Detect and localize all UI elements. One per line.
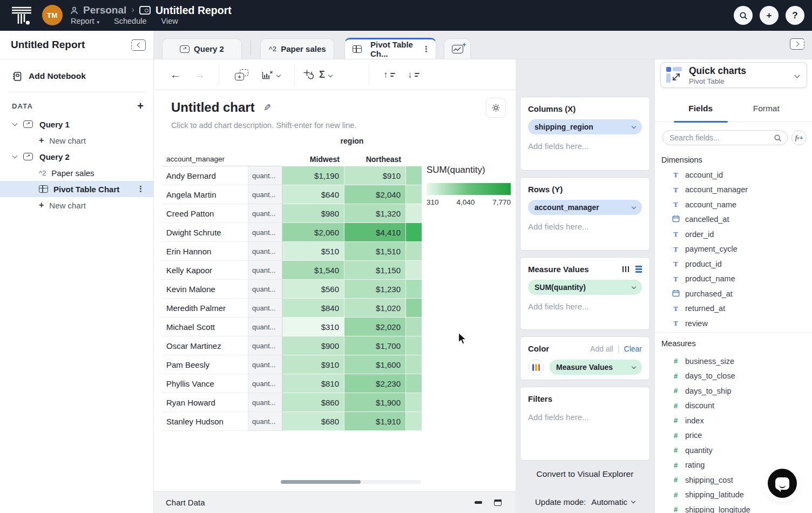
sidebar-item-query1-new-chart[interactable]: + New chart: [0, 132, 153, 148]
shipping-region-pill[interactable]: shipping_region: [528, 119, 642, 134]
pivot-cell-clipped[interactable]: [406, 242, 422, 261]
field-item-product_name[interactable]: Tproduct_name: [655, 272, 812, 287]
convert-to-visual-explorer-button[interactable]: Convert to Visual Explorer: [520, 469, 650, 479]
field-item-account_name[interactable]: Taccount_name: [655, 197, 812, 212]
pivot-cell[interactable]: $1,600: [344, 355, 406, 374]
filters-drop-placeholder[interactable]: Add fields here...: [528, 413, 642, 422]
sidebar-item-query2[interactable]: -* Query 2: [0, 148, 153, 165]
field-item-account_id[interactable]: Taccount_id: [655, 167, 812, 183]
pivot-cell-clipped[interactable]: [406, 223, 422, 242]
redo-button[interactable]: →: [194, 59, 205, 90]
horizontal-scrollbar-track[interactable]: [281, 480, 421, 484]
sidebar-item-paper-sales[interactable]: ^2 Paper sales: [0, 165, 153, 181]
field-item-quantity[interactable]: #quantity: [655, 443, 812, 458]
account-manager-pill[interactable]: account_manager: [528, 200, 642, 215]
measures-drop-placeholder[interactable]: Add fields here...: [528, 302, 642, 311]
chart-settings-button[interactable]: [486, 98, 506, 118]
field-item-cancelled_at[interactable]: cancelled_at: [655, 212, 812, 227]
pivot-cell[interactable]: $1,910: [344, 412, 406, 431]
tab-fields[interactable]: Fields: [668, 95, 734, 122]
add-notebook-button[interactable]: Add Notebook: [0, 68, 153, 84]
pivot-cell[interactable]: $1,700: [344, 336, 406, 355]
pivot-cell[interactable]: $2,230: [344, 374, 406, 393]
color-add-all-button[interactable]: Add all: [590, 345, 613, 353]
menu-report[interactable]: Report▾: [71, 17, 99, 25]
pivot-cell[interactable]: $900: [282, 336, 344, 355]
chart-data-bar[interactable]: Chart Data: [154, 491, 516, 513]
sort-descending-button[interactable]: ↓: [408, 59, 419, 90]
tab-kebab-menu-icon[interactable]: ⋮: [422, 44, 430, 54]
tab-pivot-table-chart[interactable]: Pivot Table Ch... ⋮: [344, 38, 436, 59]
avatar[interactable]: TM: [42, 5, 63, 25]
collapse-sidebar-button[interactable]: [131, 39, 146, 51]
pivot-cell[interactable]: $4,410: [344, 223, 406, 242]
edit-title-icon[interactable]: ✎: [263, 102, 271, 113]
pivot-cell[interactable]: $510: [282, 242, 344, 261]
pivot-cell[interactable]: $1,320: [344, 204, 406, 223]
pivot-cell-clipped[interactable]: [406, 318, 422, 336]
add-formula-button[interactable]: fx+: [791, 130, 807, 145]
update-mode-select[interactable]: Automatic: [591, 497, 635, 507]
pivot-cell[interactable]: $1,540: [282, 261, 344, 280]
add-button[interactable]: +: [760, 6, 779, 25]
columns-drop-placeholder[interactable]: Add fields here...: [528, 141, 642, 151]
sidebar-item-query1[interactable]: -* Query 1: [0, 116, 153, 132]
pivot-cell-clipped[interactable]: [406, 374, 422, 393]
pivot-cell[interactable]: $1,150: [344, 261, 406, 280]
horizontal-scrollbar-thumb[interactable]: [281, 480, 361, 484]
pivot-cell[interactable]: $2,060: [282, 223, 344, 242]
add-data-button[interactable]: +: [137, 100, 144, 111]
pivot-cell-clipped[interactable]: [406, 185, 422, 204]
aggregate-button[interactable]: Σ: [319, 59, 332, 90]
pivot-cell[interactable]: $1,020: [344, 299, 406, 318]
color-clear-button[interactable]: Clear: [624, 345, 642, 353]
search-fields-box[interactable]: [662, 130, 788, 145]
pivot-cell-clipped[interactable]: [406, 280, 422, 299]
pivot-col-header[interactable]: Midwest: [282, 152, 344, 166]
pivot-cell-clipped[interactable]: [406, 166, 422, 185]
menu-view[interactable]: View: [161, 17, 178, 25]
field-item-days_to_close[interactable]: #days_to_close: [655, 369, 812, 384]
kebab-menu-icon[interactable]: ⋮: [137, 184, 145, 194]
field-item-shipping_longitude[interactable]: #shipping_longitude: [655, 502, 812, 513]
remove-chart-button[interactable]: [262, 59, 280, 90]
tab-query2[interactable]: -* Query 2: [162, 38, 242, 59]
color-measure-values-pill[interactable]: Measure Values: [550, 360, 642, 375]
add-to-dashboard-button[interactable]: +: [235, 59, 248, 90]
pivot-cell-clipped[interactable]: [406, 412, 422, 431]
pivot-cell[interactable]: $1,190: [282, 166, 344, 185]
search-fields-input[interactable]: [669, 133, 769, 142]
pivot-cell[interactable]: $840: [282, 299, 344, 318]
field-item-order_id[interactable]: Torder_id: [655, 227, 812, 242]
pivot-cell-clipped[interactable]: [406, 204, 422, 223]
pivot-cell[interactable]: $560: [282, 280, 344, 299]
pivot-cell-clipped[interactable]: [406, 299, 422, 318]
pivot-cell[interactable]: $680: [282, 412, 344, 431]
field-item-purchased_at[interactable]: purchased_at: [655, 286, 812, 301]
field-item-discount[interactable]: #discount: [655, 399, 812, 414]
menu-schedule[interactable]: Schedule: [114, 17, 146, 25]
collapse-right-panel-button[interactable]: [790, 38, 804, 50]
sort-ascending-button[interactable]: ↑: [383, 59, 395, 90]
expand-panel-icon[interactable]: [494, 500, 502, 506]
pivot-cell-clipped[interactable]: [406, 355, 422, 374]
field-item-price[interactable]: #price: [655, 428, 812, 443]
workspace-name[interactable]: Personal: [83, 4, 126, 16]
new-chart-tab-button[interactable]: +: [444, 38, 471, 59]
pivot-cell[interactable]: $1,510: [344, 242, 406, 261]
pivot-cell[interactable]: $640: [282, 185, 344, 204]
field-item-product_id[interactable]: Tproduct_id: [655, 256, 812, 272]
sum-quantity-pill[interactable]: SUM(quantity): [528, 280, 642, 295]
search-button[interactable]: [734, 6, 753, 25]
columns-layout-icon[interactable]: [622, 266, 630, 272]
pivot-cell-clipped[interactable]: [406, 393, 422, 412]
field-item-returned_at[interactable]: Treturned_at: [655, 301, 812, 316]
quick-charts-selector[interactable]: Quick charts Pivot Table: [660, 62, 807, 88]
field-item-index[interactable]: #index: [655, 413, 812, 428]
pivot-cell[interactable]: $910: [344, 166, 406, 185]
app-logo[interactable]: [10, 5, 33, 26]
help-button[interactable]: ?: [786, 6, 804, 25]
pivot-cell[interactable]: $1,230: [344, 280, 406, 299]
field-item-payment_cycle[interactable]: Tpayment_cycle: [655, 242, 812, 257]
pivot-cell[interactable]: $910: [282, 355, 344, 374]
